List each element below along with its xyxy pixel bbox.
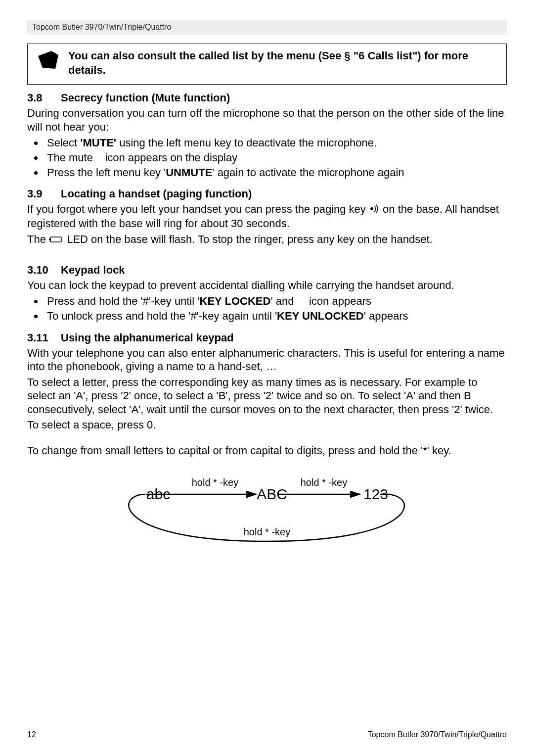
svg-line-1 (41, 51, 44, 54)
text: ' appears (364, 310, 408, 322)
header-title: Topcom Butler 3970/Twin/Triple/Quattro (27, 20, 507, 35)
text: The (27, 233, 49, 245)
para: To change from small letters to capital … (27, 444, 507, 458)
bold-text: UNMUTE (166, 166, 212, 179)
para: With your telephone you can also enter a… (27, 346, 507, 374)
text: If you forgot where you left your handse… (27, 203, 369, 215)
bold-text: KEY UNLOCKED (277, 310, 364, 322)
section-title: Using the alphanumerical keypad (61, 331, 234, 344)
led-icon (49, 233, 64, 247)
section-3-10-heading: 3.10Keypad lock (27, 264, 507, 277)
bullet-list: Press and hold the '#'-key until 'KEY LO… (27, 294, 507, 323)
mode-cycle-diagram: abc ABC 123 hold * -key hold * -key hold… (27, 467, 507, 553)
note-box: You can also consult the called list by … (27, 44, 507, 85)
text: Select (47, 137, 80, 149)
section-3-8-heading: 3.8Secrecy function (Mute function) (27, 92, 507, 104)
diagram-bottom: hold * -key (244, 526, 291, 537)
diagram-top1: hold * -key (192, 477, 239, 488)
bold-text: KEY LOCKED (200, 295, 271, 307)
text: ' and icon appears (270, 295, 371, 307)
section-title: Locating a handset (paging function) (61, 188, 252, 200)
list-item: Select 'MUTE' using the left menu key to… (44, 136, 507, 150)
page-number: 12 (27, 730, 36, 739)
list-item: Press the left menu key 'UNMUTE' again t… (44, 165, 507, 180)
bullet-list: Select 'MUTE' using the left menu key to… (27, 136, 507, 180)
section-title: Keypad lock (61, 264, 125, 276)
para: During conversation you can turn off the… (27, 106, 507, 134)
list-item: Press and hold the '#'-key until 'KEY LO… (44, 294, 507, 309)
section-title: Secrecy function (Mute function) (61, 92, 230, 104)
para: To select a letter, press the correspond… (27, 376, 507, 417)
svg-rect-4 (49, 238, 50, 240)
list-item: To unlock press and hold the '#'-key aga… (44, 309, 507, 324)
text: Press and hold the '#'-key until ' (47, 295, 200, 307)
para: The LED on the base will flash. To stop … (27, 233, 507, 247)
footer: 12 Topcom Butler 3970/Twin/Triple/Quattr… (27, 730, 507, 739)
text: To unlock press and hold the '#'-key aga… (47, 310, 277, 322)
note-text: You can also consult the called list by … (68, 49, 497, 77)
para: To select a space, press 0. (27, 418, 507, 432)
para: If you forgot where you left your handse… (27, 202, 507, 230)
para: You can lock the keypad to prevent accid… (27, 279, 507, 292)
diagram-top2: hold * -key (301, 477, 348, 488)
section-num: 3.8 (27, 92, 61, 104)
text: Press the left menu key ' (47, 166, 166, 179)
paging-icon (369, 203, 380, 217)
footer-right: Topcom Butler 3970/Twin/Triple/Quattro (368, 730, 507, 739)
section-3-11-heading: 3.11Using the alphanumerical keypad (27, 331, 507, 344)
text: ' again to activate the microphone again (212, 166, 404, 179)
svg-point-2 (370, 207, 373, 210)
note-tag-icon (37, 50, 59, 72)
section-num: 3.9 (27, 188, 61, 200)
section-num: 3.11 (27, 331, 61, 344)
section-3-9-heading: 3.9Locating a handset (paging function) (27, 188, 507, 200)
bold-text: 'MUTE' (80, 137, 116, 149)
text: using the left menu key to deactivate th… (116, 137, 377, 149)
list-item: The mute icon appears on the display (44, 150, 507, 165)
text: LED on the base will flash. To stop the … (67, 233, 432, 245)
svg-rect-3 (50, 237, 61, 242)
section-num: 3.10 (27, 264, 61, 277)
